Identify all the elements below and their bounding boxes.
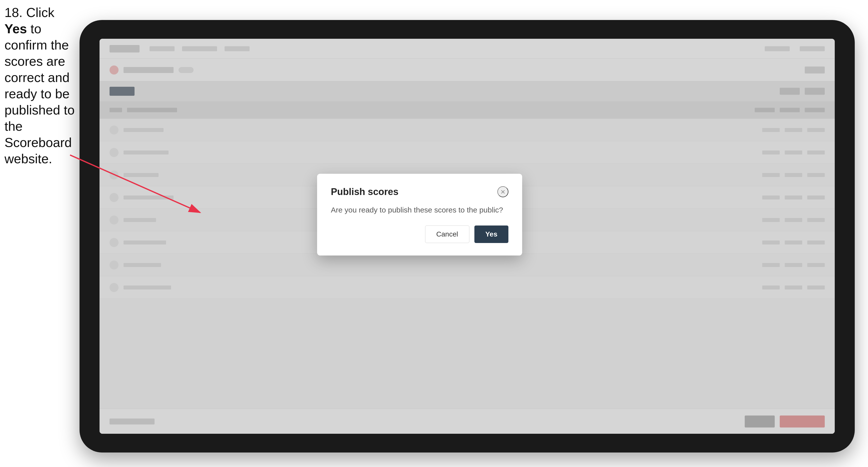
yes-button[interactable]: Yes [474,225,508,243]
publish-scores-dialog: Publish scores × Are you ready to publis… [317,174,522,255]
dialog-footer: Cancel Yes [331,225,508,243]
instruction-text: 18. Click Yes to confirm the scores are … [4,4,77,167]
bold-yes: Yes [4,22,27,36]
dialog-header: Publish scores × [331,186,508,197]
dialog-body: Are you ready to publish these scores to… [331,204,508,216]
dialog-close-button[interactable]: × [497,186,508,197]
tablet-screen: Publish scores × Are you ready to publis… [99,39,835,434]
cancel-button[interactable]: Cancel [425,225,469,243]
instruction-body: Click Yes to confirm the scores are corr… [4,5,74,166]
tablet-device: Publish scores × Are you ready to publis… [80,20,855,453]
step-number: 18. [4,5,23,20]
dialog-message: Are you ready to publish these scores to… [331,204,508,216]
dialog-title: Publish scores [331,187,398,197]
